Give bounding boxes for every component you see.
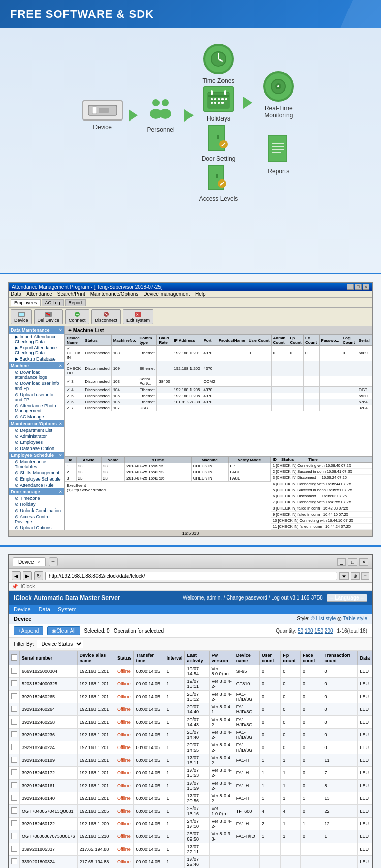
tab-report[interactable]: Report	[65, 299, 86, 306]
sidebar-unlock[interactable]: ⊙ Unlock Combination	[9, 507, 64, 514]
sidebar-section-data[interactable]: Data Maintenance×	[9, 326, 64, 334]
url-bar[interactable]: http://192.168.1.88:8082/iclock/data/Icl…	[45, 572, 337, 580]
table-row[interactable]: 3929182460172192.168.1.201Offline00:00:1…	[9, 767, 372, 780]
browser-tab-device[interactable]: Device ×	[13, 557, 46, 566]
nav-forward-btn[interactable]: ▶	[23, 571, 32, 580]
table-row[interactable]: 3929182460265192.168.1.201Offline00:00:1…	[9, 691, 372, 703]
row-checkbox[interactable]	[11, 782, 17, 788]
select-all-checkbox[interactable]	[11, 654, 17, 661]
sw-window-controls[interactable]: _ □ ×	[347, 284, 369, 290]
table-row[interactable]: 52031824000325192.168.1.201Offline00:00:…	[9, 678, 372, 691]
append-btn[interactable]: +Append	[14, 626, 43, 635]
btn-exit[interactable]: X Exit system	[123, 309, 153, 324]
sidebar-ac[interactable]: ⊙ AC Manage	[9, 414, 64, 420]
row-checkbox[interactable]	[11, 668, 17, 674]
table-row[interactable]: OGT70400570413Q0081192.168.1.205Offline0…	[9, 805, 372, 818]
tab-employees[interactable]: Employees	[11, 299, 41, 306]
row-checkbox[interactable]	[11, 706, 17, 712]
sidebar-access[interactable]: ⊙ Access Control Privilege	[9, 514, 64, 525]
filter-select[interactable]: Device Status	[37, 640, 83, 648]
sidebar-timezone[interactable]: ⊙ Timezone	[9, 495, 64, 501]
sidebar-section-schedule[interactable]: Employee Schedule×	[9, 452, 64, 459]
sidebar-db[interactable]: ⊙ Database Option...	[9, 445, 64, 452]
sidebar-backup[interactable]: ▶ Backup Database	[9, 356, 64, 362]
btn-disconnect[interactable]: Disconnect	[91, 309, 121, 324]
btn-del-device[interactable]: Del Device	[34, 309, 64, 324]
row-checkbox[interactable]	[11, 795, 17, 801]
language-btn[interactable]: -- Language --	[327, 594, 367, 602]
table-row[interactable]: OGT70800067073000176192.168.1.210Offline…	[9, 830, 372, 843]
sidebar-section-door[interactable]: Door manage×	[9, 488, 64, 495]
col-transfer[interactable]: Transfer time	[134, 651, 164, 665]
tab-aclog[interactable]: AC Log	[42, 299, 64, 306]
table-row[interactable]: 3399201805337217.65.194.88Offline00:00:1…	[9, 843, 372, 856]
col-serial[interactable]: Serial number	[20, 651, 78, 665]
table-row[interactable]: 3929182460122192.168.1.209Offline00:00:1…	[9, 818, 372, 830]
table-row[interactable]: ✓ 5Disconnected105Ethernet192.168.0.2054…	[65, 393, 372, 399]
sidebar-import[interactable]: ▶ Import Attendance Checking Data	[9, 334, 64, 345]
col-last[interactable]: Last activity	[185, 651, 209, 665]
table-row[interactable]: 3929182460224192.168.1.201Offline00:00:1…	[9, 741, 372, 754]
nav-system[interactable]: System	[58, 606, 77, 612]
table-row[interactable]: 3929182460264192.168.1.201Offline00:00:1…	[9, 703, 372, 716]
sidebar-shifts[interactable]: ⊙ Shifts Management	[9, 470, 64, 476]
btn-connect[interactable]: Connect	[65, 309, 89, 324]
sidebar-dept[interactable]: ⊙ Department List	[9, 427, 64, 433]
win-close[interactable]: ×	[359, 558, 368, 566]
table-row[interactable]: 323232018-07-25 16:42:36CHECK INFACE	[65, 475, 271, 482]
table-row[interactable]: ✓ 3Disconnected103Serial Port/...38400CO…	[65, 376, 372, 387]
btn-device[interactable]: Device	[11, 309, 32, 324]
sidebar-dl-logs[interactable]: ⊙ Download attendance logs	[9, 369, 64, 380]
qty-200[interactable]: 200	[325, 628, 333, 634]
menu-search[interactable]: Search/Print	[57, 291, 85, 297]
row-checkbox[interactable]	[11, 858, 17, 864]
sidebar-photo[interactable]: ⊙ Attendance Photo Management	[9, 403, 64, 414]
sidebar-employees[interactable]: ⊙ Employees	[9, 439, 64, 445]
row-checkbox[interactable]	[11, 744, 17, 750]
table-row[interactable]: 3929182460258192.168.1.201Offline00:00:1…	[9, 716, 372, 729]
sidebar-export[interactable]: ▶ Export Attendance Checking Data	[9, 345, 64, 356]
row-checkbox[interactable]	[11, 719, 17, 725]
star-icon[interactable]: ★	[339, 572, 349, 580]
sidebar-admin[interactable]: ⊙ Administrator	[9, 433, 64, 439]
sidebar-att-rule[interactable]: ⊙ Attendance Rule	[9, 482, 64, 488]
nav-back-btn[interactable]: ◀	[12, 571, 21, 580]
bookmark-icon[interactable]: ⊕	[351, 572, 360, 580]
sidebar-emp-sched[interactable]: ⊙ Employee Schedule	[9, 476, 64, 482]
qty-150[interactable]: 150	[314, 628, 323, 634]
sidebar-dl-user[interactable]: ⊙ Download user info and Fp	[9, 380, 64, 392]
row-checkbox[interactable]	[11, 807, 17, 814]
row-checkbox[interactable]	[11, 820, 17, 826]
col-trans[interactable]: Transaction count	[322, 651, 358, 665]
nav-refresh-btn[interactable]: ↻	[34, 571, 43, 580]
menu-device[interactable]: Device management	[143, 291, 190, 297]
table-row[interactable]: 123232018-07-25 16:09:39CHECK INFP	[65, 463, 271, 469]
row-checkbox[interactable]	[11, 693, 17, 699]
nav-data[interactable]: Data	[39, 606, 50, 612]
col-interval[interactable]: Interval	[164, 651, 185, 665]
menu-attendance[interactable]: Attendance	[26, 291, 52, 297]
win-maximize[interactable]: □	[348, 558, 357, 566]
menu-maintenance[interactable]: Maintenance/Options	[90, 291, 139, 297]
row-checkbox[interactable]	[11, 731, 17, 737]
row-checkbox[interactable]	[11, 680, 17, 686]
col-fw[interactable]: Fw version	[209, 651, 234, 665]
settings-icon[interactable]: ≡	[361, 572, 369, 580]
tab-close-icon[interactable]: ×	[37, 560, 40, 565]
table-style-btn[interactable]: Table style	[343, 616, 367, 621]
table-row[interactable]: ✓ CHECK INDisconnected108Ethernet192.168…	[65, 346, 372, 361]
win-minimize[interactable]: _	[337, 558, 346, 566]
table-row[interactable]: ✓ CHECK OUTDisconnected109Ethernet192.16…	[65, 361, 372, 376]
col-user[interactable]: User count	[260, 651, 281, 665]
table-row[interactable]: 66691825000304192.168.1.201Offline00:00:…	[9, 665, 372, 678]
row-checkbox[interactable]	[11, 757, 17, 763]
clear-all-btn[interactable]: ◉Clear All	[47, 626, 80, 635]
sidebar-upload-opt[interactable]: ⊙ Upload Options	[9, 525, 64, 530]
list-style-btn[interactable]: ® List style	[311, 616, 336, 621]
nav-device[interactable]: Device	[14, 606, 31, 612]
sidebar-section-maintenance[interactable]: Maintenance/Options×	[9, 420, 64, 427]
menu-data[interactable]: Data	[11, 291, 21, 297]
table-row[interactable]: 3929182460161192.168.1.201Offline00:00:1…	[9, 780, 372, 792]
sidebar-holiday[interactable]: ⊙ Holiday	[9, 501, 64, 507]
col-data[interactable]: Data	[358, 651, 372, 665]
